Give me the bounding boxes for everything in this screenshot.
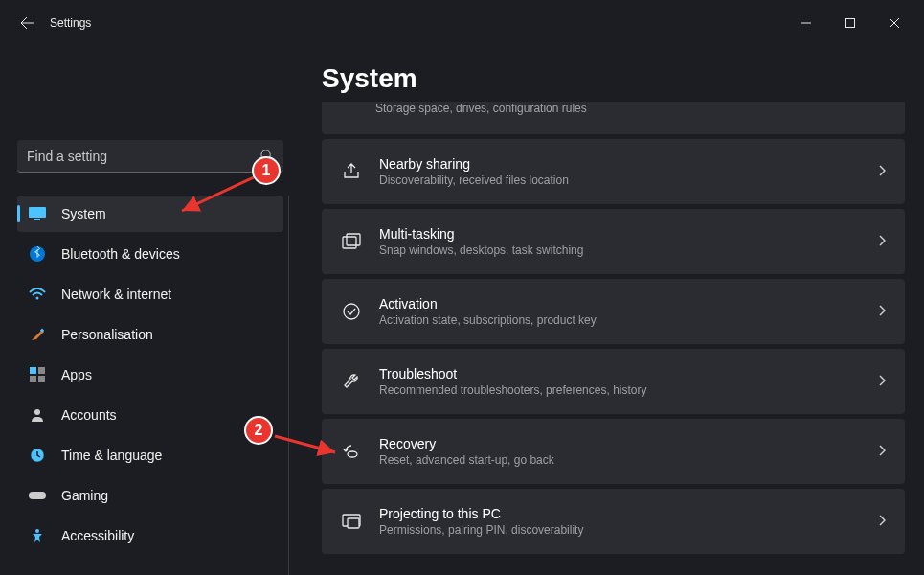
close-icon [890,18,899,28]
card-title: Activation [379,296,878,311]
minimize-button[interactable] [784,4,828,42]
svg-rect-1 [846,19,855,28]
svg-point-9 [36,297,39,300]
annotation-badge-1: 1 [252,156,281,185]
search-input[interactable] [17,140,283,172]
card-multitasking[interactable]: Multi-taskingSnap windows, desktops, tas… [322,209,905,274]
svg-rect-20 [343,237,356,248]
sidebar-item-gaming[interactable]: Gaming [17,477,283,514]
back-arrow-icon [19,15,34,31]
sidebar-item-time[interactable]: Time & language [17,437,283,473]
back-button[interactable] [8,4,46,42]
svg-rect-11 [30,367,36,374]
svg-rect-21 [347,234,360,245]
card-subtitle: Recommended troubleshooters, preferences… [379,383,878,397]
chevron-right-icon [878,303,886,320]
svg-rect-7 [34,218,40,220]
card-title: Troubleshoot [379,366,878,381]
svg-point-15 [34,409,40,415]
titlebar: Settings [0,0,924,46]
sidebar-item-label: Gaming [61,488,108,503]
svg-rect-14 [38,376,45,382]
card-title: Multi-tasking [379,226,878,242]
svg-rect-6 [29,207,46,218]
bluetooth-icon [29,245,46,263]
card-title: Recovery [379,436,878,451]
card-subtitle: Permissions, pairing PIN, discoverabilit… [379,523,878,537]
card-activation[interactable]: ActivationActivation state, subscription… [322,279,905,344]
sidebar-item-label: System [61,206,106,221]
sidebar: System Bluetooth & devices Network & int… [0,46,287,575]
chevron-right-icon [878,163,886,180]
sidebar-item-personalisation[interactable]: Personalisation [17,316,283,353]
check-circle-icon [341,301,362,322]
sidebar-item-system[interactable]: System [17,196,283,232]
chevron-right-icon [878,443,886,460]
wrench-icon [341,371,362,392]
svg-rect-12 [38,367,45,374]
card-subtitle: Snap windows, desktops, task switching [379,243,878,257]
content: System Storage space, drives, configurat… [287,46,924,575]
chevron-right-icon [878,373,886,390]
maximize-icon [845,18,855,28]
recovery-icon [341,441,362,462]
sidebar-item-apps[interactable]: Apps [17,356,283,393]
sidebar-item-label: Bluetooth & devices [61,246,180,262]
svg-point-19 [35,529,39,533]
svg-rect-24 [348,518,359,528]
svg-point-22 [344,304,359,319]
monitor-icon [29,205,46,222]
sidebar-item-label: Personalisation [61,327,153,342]
sidebar-item-bluetooth[interactable]: Bluetooth & devices [17,236,283,272]
chevron-right-icon [878,233,886,250]
sidebar-item-label: Time & language [61,448,162,463]
card-subtitle: Activation state, subscriptions, product… [379,313,878,327]
card-projecting[interactable]: Projecting to this PCPermissions, pairin… [322,489,905,554]
sidebar-item-accessibility[interactable]: Accessibility [17,518,283,554]
cards-list: Storage space, drives, configuration rul… [322,102,905,554]
sidebar-item-network[interactable]: Network & internet [17,276,283,312]
card-nearby-sharing[interactable]: Nearby sharingDiscoverability, received … [322,139,905,204]
chevron-right-icon [878,513,886,530]
sidebar-item-label: Network & internet [61,287,171,302]
close-button[interactable] [872,4,916,42]
card-subtitle: Storage space, drives, configuration rul… [375,102,587,115]
maximize-button[interactable] [828,4,872,42]
window-title: Settings [50,16,91,30]
card-storage-partial[interactable]: Storage space, drives, configuration rul… [322,102,905,134]
card-title: Nearby sharing [379,156,878,172]
apps-icon [29,366,46,383]
paintbrush-icon [29,326,46,343]
sidebar-item-label: Apps [61,367,92,382]
sidebar-item-label: Accounts [61,407,117,423]
svg-rect-13 [30,376,36,382]
gamepad-icon [29,487,46,504]
sidebar-item-label: Accessibility [61,528,134,543]
card-title: Projecting to this PC [379,506,878,521]
projecting-icon [341,511,362,532]
card-subtitle: Reset, advanced start-up, go back [379,453,878,467]
accessibility-icon [29,527,46,544]
person-icon [29,406,46,424]
wifi-icon [29,286,46,303]
page-title: System [322,63,905,94]
annotation-badge-2: 2 [244,416,273,445]
nav: System Bluetooth & devices Network & int… [17,196,283,554]
globe-clock-icon [29,447,46,464]
window-controls [784,4,916,42]
multitask-icon [341,231,362,252]
share-icon [341,161,362,182]
card-recovery[interactable]: RecoveryReset, advanced start-up, go bac… [322,419,905,484]
card-troubleshoot[interactable]: TroubleshootRecommended troubleshooters,… [322,349,905,414]
svg-rect-18 [29,492,46,499]
card-subtitle: Discoverability, received files location [379,173,878,187]
minimize-icon [801,18,811,28]
